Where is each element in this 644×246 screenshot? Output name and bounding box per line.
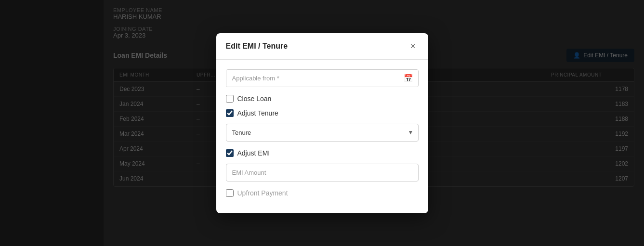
adjust-emi-checkbox[interactable] — [226, 149, 234, 157]
modal-overlay: Edit EMI / Tenure × 📅 Close Loan Adjust … — [0, 0, 644, 246]
close-loan-row: Close Loan — [226, 95, 419, 103]
modal-title: Edit EMI / Tenure — [226, 42, 288, 51]
close-loan-label[interactable]: Close Loan — [237, 95, 272, 103]
adjust-tenure-checkbox[interactable] — [226, 109, 234, 117]
emi-amount-input[interactable] — [226, 164, 419, 181]
adjust-emi-label[interactable]: Adjust EMI — [237, 149, 270, 157]
applicable-from-input-wrapper: 📅 — [226, 69, 419, 87]
emi-amount-group — [226, 164, 419, 181]
tenure-select-wrapper: Tenure 12 24 36 48 60 ▼ — [226, 124, 419, 142]
applicable-from-input[interactable] — [226, 70, 418, 87]
modal-close-button[interactable]: × — [407, 41, 419, 52]
upfront-payment-row: Upfront Payment — [226, 189, 419, 197]
upfront-payment-checkbox[interactable] — [226, 189, 234, 197]
upfront-payment-label[interactable]: Upfront Payment — [237, 189, 288, 197]
applicable-from-group: 📅 — [226, 69, 419, 87]
adjust-tenure-row: Adjust Tenure — [226, 109, 419, 117]
modal-header: Edit EMI / Tenure × — [216, 33, 428, 60]
adjust-tenure-label[interactable]: Adjust Tenure — [237, 109, 278, 117]
edit-emi-tenure-modal: Edit EMI / Tenure × 📅 Close Loan Adjust … — [216, 33, 428, 213]
tenure-select[interactable]: Tenure 12 24 36 48 60 — [226, 124, 419, 142]
close-loan-checkbox[interactable] — [226, 95, 234, 103]
adjust-emi-row: Adjust EMI — [226, 149, 419, 157]
modal-body: 📅 Close Loan Adjust Tenure Tenure 12 24 … — [216, 60, 428, 213]
